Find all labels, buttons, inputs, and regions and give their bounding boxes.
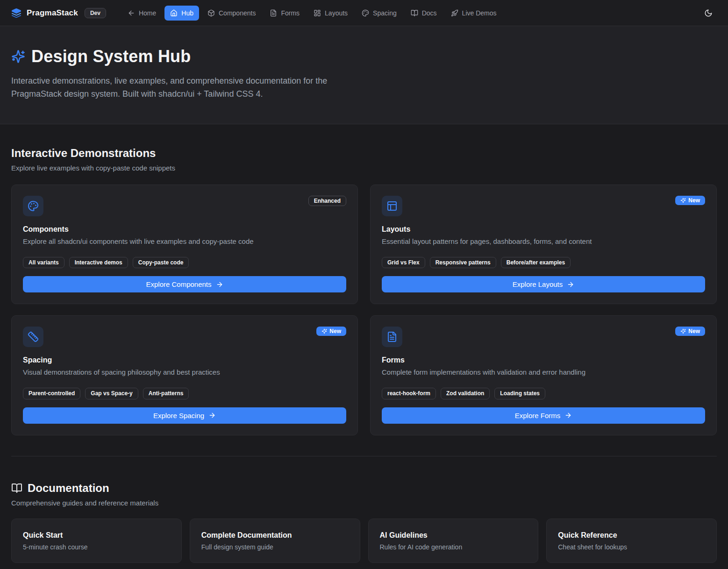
tag: Loading states <box>494 388 545 399</box>
badge-label: New <box>688 328 700 334</box>
doc-card-complete-documentation[interactable]: Complete Documentation Full design syste… <box>190 519 360 563</box>
tag-list: All variants Interactive demos Copy-past… <box>23 257 346 268</box>
button-label: Explore Layouts <box>513 280 563 288</box>
file-text-icon <box>270 9 277 17</box>
tag: react-hook-form <box>382 388 436 399</box>
env-badge: Dev <box>85 8 106 18</box>
demo-card-spacing: New Spacing Visual demonstrations of spa… <box>11 315 358 435</box>
nav-item-label: Layouts <box>325 9 348 17</box>
ruler-icon <box>23 327 43 347</box>
tag: Responsive patterns <box>430 257 496 268</box>
doc-card-title: AI Guidelines <box>380 531 527 540</box>
top-nav: PragmaStack Dev Home Hub Components Form <box>0 0 728 26</box>
book-open-icon <box>411 9 418 17</box>
tag: Copy-paste code <box>133 257 189 268</box>
new-badge: New <box>675 196 705 205</box>
nav-item-label: Docs <box>422 9 437 17</box>
tag: Grid vs Flex <box>382 257 425 268</box>
nav-item-live-demos[interactable]: Live Demos <box>445 6 502 21</box>
panels-top-left-icon <box>382 196 402 216</box>
nav-item-label: Home <box>139 9 156 17</box>
doc-card-quick-reference[interactable]: Quick Reference Cheat sheet for lookups <box>546 519 717 563</box>
nav-item-components[interactable]: Components <box>202 6 261 21</box>
docs-section-subtitle: Comprehensive guides and reference mater… <box>11 499 717 507</box>
card-description: Complete form implementations with valid… <box>382 368 705 376</box>
nav-item-layouts[interactable]: Layouts <box>308 6 353 21</box>
nav-item-label: Hub <box>181 9 193 17</box>
badge-label: New <box>688 198 700 203</box>
doc-card-subtitle: Full design system guide <box>201 543 349 551</box>
explore-forms-button[interactable]: Explore Forms <box>382 407 705 424</box>
package-icon <box>207 9 215 17</box>
tag-list: Parent-controlled Gap vs Space-y Anti-pa… <box>23 388 346 399</box>
page-subtitle: Interactive demonstrations, live example… <box>11 74 355 100</box>
nav-item-label: Live Demos <box>462 9 497 17</box>
tag-list: Grid vs Flex Responsive patterns Before/… <box>382 257 705 268</box>
nav-item-label: Forms <box>281 9 300 17</box>
palette-icon <box>362 9 369 17</box>
status-badge: Enhanced <box>308 196 346 206</box>
palette-icon <box>23 196 43 216</box>
tag: Anti-patterns <box>143 388 189 399</box>
new-badge: New <box>316 327 346 336</box>
moon-icon <box>704 9 713 17</box>
doc-card-subtitle: Rules for AI code generation <box>380 543 527 551</box>
explore-spacing-button[interactable]: Explore Spacing <box>23 407 346 424</box>
button-label: Explore Spacing <box>153 412 204 420</box>
tag-list: react-hook-form Zod validation Loading s… <box>382 388 705 399</box>
demos-section-title: Interactive Demonstrations <box>11 147 717 160</box>
explore-components-button[interactable]: Explore Components <box>23 276 346 292</box>
demos-section-subtitle: Explore live examples with copy-paste co… <box>11 164 717 172</box>
nav-item-home[interactable]: Home <box>122 6 162 21</box>
sparkles-icon <box>680 328 686 334</box>
tag: Gap vs Space-y <box>85 388 138 399</box>
card-description: Visual demonstrations of spacing philoso… <box>23 368 346 376</box>
tag: Parent-controlled <box>23 388 80 399</box>
main-content: Interactive Demonstrations Explore live … <box>0 124 728 569</box>
nav-items: Home Hub Components Forms Layouts <box>122 6 502 21</box>
nav-item-spacing[interactable]: Spacing <box>356 6 402 21</box>
card-title: Layouts <box>382 225 705 234</box>
arrow-right-icon <box>208 412 216 419</box>
demo-cards-grid: Enhanced Components Explore all shadcn/u… <box>11 185 717 435</box>
tag: Before/after examples <box>501 257 571 268</box>
card-title: Forms <box>382 356 705 364</box>
page-title: Design System Hub <box>31 47 191 66</box>
nav-item-docs[interactable]: Docs <box>405 6 443 21</box>
theme-toggle-button[interactable] <box>700 5 717 21</box>
sparkles-icon <box>321 328 327 334</box>
section-divider <box>11 456 717 456</box>
doc-card-quick-start[interactable]: Quick Start 5-minute crash course <box>11 519 182 563</box>
layers-logo-icon <box>11 8 21 18</box>
card-title: Components <box>23 225 346 234</box>
card-description: Explore all shadcn/ui components with li… <box>23 237 346 245</box>
arrow-right-icon <box>567 281 574 288</box>
doc-card-title: Quick Reference <box>558 531 705 540</box>
nav-item-forms[interactable]: Forms <box>264 6 305 21</box>
arrow-right-icon <box>216 281 223 288</box>
button-label: Explore Forms <box>515 412 561 420</box>
nav-item-label: Spacing <box>373 9 397 17</box>
nav-item-hub[interactable]: Hub <box>164 6 199 21</box>
documentation-section: Documentation Comprehensive guides and r… <box>11 482 717 563</box>
layout-grid-icon <box>314 9 321 17</box>
sparkles-icon <box>11 50 25 64</box>
demo-card-components: Enhanced Components Explore all shadcn/u… <box>11 185 358 304</box>
doc-card-ai-guidelines[interactable]: AI Guidelines Rules for AI code generati… <box>368 519 539 563</box>
arrow-left-icon <box>128 9 135 17</box>
doc-card-title: Complete Documentation <box>201 531 349 540</box>
brand-name: PragmaStack <box>27 8 78 18</box>
doc-card-subtitle: Cheat sheet for lookups <box>558 543 705 551</box>
explore-layouts-button[interactable]: Explore Layouts <box>382 276 705 292</box>
nav-item-label: Components <box>219 9 256 17</box>
card-title: Spacing <box>23 356 346 364</box>
doc-card-title: Quick Start <box>23 531 170 540</box>
arrow-right-icon <box>564 412 572 419</box>
sparkles-icon <box>680 198 686 203</box>
badge-label: New <box>329 328 341 334</box>
card-description: Essential layout patterns for pages, das… <box>382 237 705 245</box>
demo-card-forms: New Forms Complete form implementations … <box>370 315 717 435</box>
brand[interactable]: PragmaStack <box>11 8 78 18</box>
button-label: Explore Components <box>146 280 211 288</box>
file-text-icon <box>382 327 402 347</box>
